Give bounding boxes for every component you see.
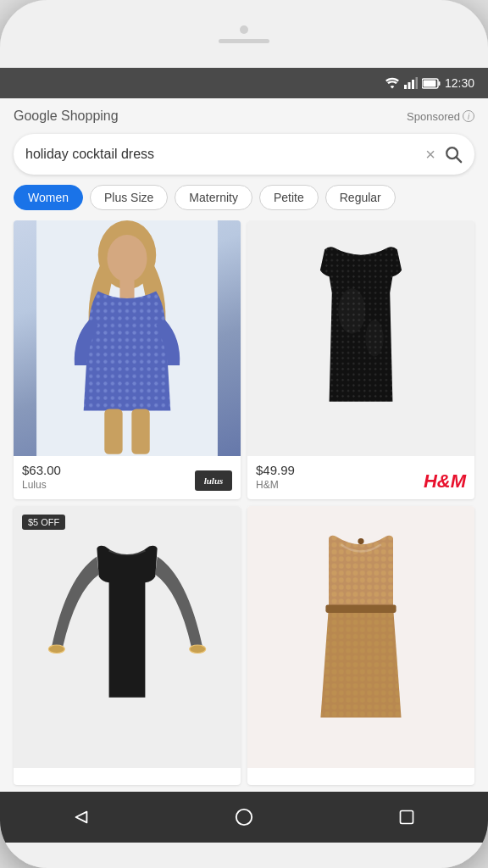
filter-chip-maternity[interactable]: Maternity [175,185,252,210]
svg-marker-28 [76,812,87,823]
filter-chip-petite[interactable]: Petite [259,185,319,210]
svg-rect-15 [131,409,149,453]
brand-logo-hm: H&M [424,472,466,491]
product-image-4 [247,506,474,768]
svg-rect-14 [104,409,122,453]
product-image-3: $5 OFF [14,506,241,768]
svg-point-27 [358,538,363,544]
product-card-3[interactable]: $5 OFF [14,506,241,785]
filter-chip-plus-size[interactable]: Plus Size [90,185,168,210]
svg-point-29 [236,810,252,825]
dress-visual-2 [247,220,474,456]
nav-bar [0,792,488,843]
product-left-1: $63.00 Lulus [22,463,61,491]
product-left-2: $49.99 H&M [256,463,295,491]
svg-point-22 [190,645,206,654]
header-title: Google Shopping [14,108,119,124]
product-seller-2: H&M [256,479,295,491]
product-card-2[interactable]: $49.99 H&M H&M [247,220,474,499]
svg-rect-30 [401,811,413,824]
product-price-2: $49.99 [256,463,295,477]
signal-icon [404,77,418,89]
phone-top [0,0,488,68]
product-seller-1: Lulus [22,479,61,491]
search-bar: × [14,134,474,175]
svg-line-8 [457,158,462,163]
product-info-1: $63.00 Lulus lulus [14,456,241,499]
product-info-4 [247,768,474,785]
svg-rect-24 [325,604,396,613]
nav-home-button[interactable] [227,800,261,834]
app-header: Google Shopping Sponsored i [0,98,488,131]
svg-rect-0 [404,85,407,89]
nav-back-button[interactable] [64,800,98,834]
svg-rect-3 [415,77,418,89]
wifi-icon [385,77,400,89]
product-info-2: $49.99 H&M H&M [247,456,474,499]
status-icons: 12:30 [385,76,474,90]
info-icon[interactable]: i [463,110,474,122]
product-card-4[interactable] [247,506,474,785]
status-bar: 12:30 [0,68,488,98]
dress-visual-3 [14,506,241,768]
product-info-3 [14,768,241,785]
nav-recent-button[interactable] [390,800,424,834]
svg-point-18 [338,288,365,333]
product-image-2 [247,220,474,456]
phone-shell: 12:30 Google Shopping Sponsored i × Wome… [0,0,488,868]
filter-chips: Women Plus Size Maternity Petite Regular [0,185,488,220]
battery-icon [422,78,441,89]
dress-visual-4 [247,506,474,768]
filter-chip-regular[interactable]: Regular [325,185,396,210]
product-price-1: $63.00 [22,463,61,477]
header-sponsored: Sponsored i [407,110,474,123]
svg-point-21 [48,645,64,654]
search-clear-button[interactable]: × [425,145,435,164]
svg-rect-1 [408,82,410,89]
svg-rect-12 [119,281,134,298]
discount-badge-3: $5 OFF [22,515,65,530]
sponsored-text: Sponsored [407,110,460,123]
svg-rect-2 [412,80,414,89]
brand-logo-lulus: lulus [195,470,232,491]
svg-point-11 [107,235,147,282]
search-icon[interactable] [444,145,463,164]
product-card-1[interactable]: $63.00 Lulus lulus [14,220,241,499]
camera-dot [240,25,248,34]
status-time: 12:30 [445,76,474,90]
app-content: Google Shopping Sponsored i × Women Plus… [0,98,488,792]
product-grid: $63.00 Lulus lulus [0,220,488,792]
svg-rect-5 [438,81,440,86]
product-image-1 [14,220,241,456]
svg-rect-6 [423,80,435,86]
search-input[interactable] [25,147,425,162]
svg-point-19 [365,320,383,357]
speaker-bar [219,39,269,43]
dress-visual-1 [14,220,241,456]
filter-chip-women[interactable]: Women [14,185,83,210]
phone-bottom [0,843,488,868]
